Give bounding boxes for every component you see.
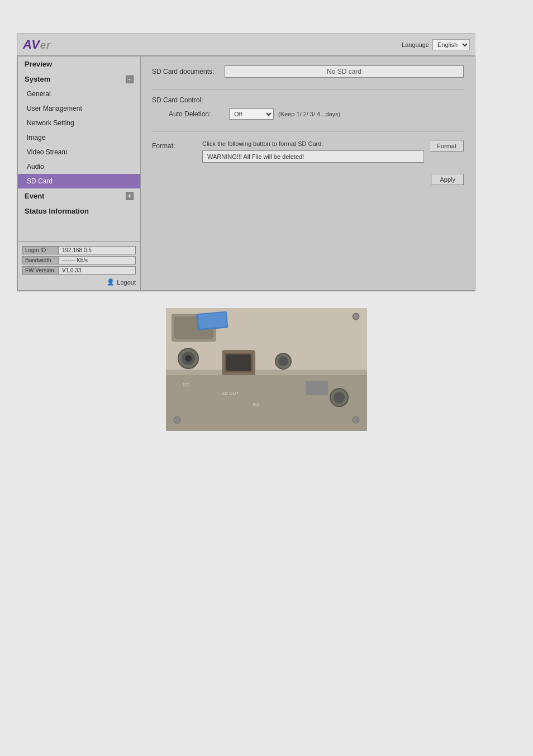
sidebar-item-system[interactable]: System - [18, 72, 140, 87]
svg-rect-5 [198, 313, 227, 329]
fw-version-row: FW Version V1.0.33 [22, 266, 136, 275]
fw-version-value: V1.0.33 [59, 266, 136, 275]
language-select[interactable]: English [432, 39, 470, 50]
sidebar: Preview System - General User Management… [18, 56, 141, 290]
svg-text:I/O: I/O [253, 401, 259, 407]
svg-point-23 [353, 313, 359, 320]
section-divider-1 [152, 89, 464, 89]
sidebar-item-event[interactable]: Event + [18, 188, 140, 204]
bandwidth-label: Bandwidth [22, 256, 59, 264]
logout-button[interactable]: 👤 Logout [22, 278, 136, 286]
logout-row: 👤 Logout [22, 276, 136, 286]
device-image: SD SD OUT I/O [166, 308, 367, 431]
sd-card-documents-section: SD Card documents: No SD card [152, 65, 464, 78]
sd-card-documents-label: SD Card documents: [152, 68, 225, 75]
svg-text:SD OUT: SD OUT [222, 391, 239, 396]
auto-deletion-select[interactable]: Off [229, 108, 274, 120]
sidebar-item-network-setting[interactable]: Network Setting [18, 116, 140, 130]
svg-point-8 [185, 355, 192, 362]
sidebar-item-preview[interactable]: Preview [18, 56, 140, 72]
header-bar: AVer Language English [17, 34, 475, 56]
app-logo: AVer [23, 37, 51, 52]
fw-version-label: FW Version [22, 266, 59, 275]
format-label: Format: [152, 140, 197, 150]
svg-point-21 [174, 417, 180, 423]
format-warning: WARNING!!! All File will be deleted! [202, 150, 424, 163]
event-toggle[interactable]: + [126, 192, 134, 200]
device-svg: SD SD OUT I/O [166, 308, 367, 431]
language-label: Language [402, 41, 429, 48]
keep-days-hint: (Keep 1/ 2/ 3/ 4...days) [278, 111, 340, 117]
format-button-col: Format [430, 140, 464, 152]
login-id-row: Login ID 192.168.0.5 [22, 246, 136, 254]
header-right: Language English [402, 39, 470, 50]
format-instruction: Click the following button to format SD … [202, 140, 424, 147]
logout-icon: 👤 [107, 278, 115, 286]
svg-point-20 [334, 392, 345, 403]
sidebar-item-general[interactable]: General [18, 87, 140, 101]
auto-deletion-row: Auto Deletion: Off (Keep 1/ 2/ 3/ 4...da… [152, 108, 464, 120]
svg-rect-11 [226, 355, 251, 371]
sd-card-control-section: SD Card Control: Auto Deletion: Off (Kee… [152, 96, 464, 120]
format-content: Click the following button to format SD … [202, 140, 424, 163]
sidebar-item-user-management[interactable]: User Management [18, 101, 140, 116]
sidebar-item-image[interactable]: Image [18, 130, 140, 145]
sidebar-item-status-information[interactable]: Status Information [18, 204, 140, 219]
format-button[interactable]: Format [430, 140, 464, 152]
svg-rect-18 [306, 381, 328, 395]
auto-deletion-label: Auto Deletion: [169, 110, 225, 118]
sd-card-documents-row: SD Card documents: No SD card [152, 65, 464, 78]
format-section: Format: Click the following button to fo… [152, 140, 464, 163]
svg-point-22 [353, 417, 359, 423]
sidebar-item-audio[interactable]: Audio [18, 159, 140, 174]
login-id-value: 192.168.0.5 [59, 246, 136, 254]
section-divider-2 [152, 131, 464, 131]
sidebar-item-video-stream[interactable]: Video Stream [18, 145, 140, 159]
sd-card-documents-value: No SD card [225, 65, 464, 78]
bandwidth-value: ------- Kb/s [59, 256, 136, 264]
device-image-container: SD SD OUT I/O [17, 308, 516, 431]
apply-button[interactable]: Apply [431, 174, 464, 185]
system-toggle[interactable]: - [126, 75, 134, 83]
login-id-label: Login ID [22, 246, 59, 254]
format-row: Format: Click the following button to fo… [152, 140, 464, 163]
svg-point-13 [278, 356, 288, 366]
content-area: SD Card documents: No SD card SD Card Co… [141, 56, 475, 290]
sidebar-item-sd-card[interactable]: SD Card [18, 174, 140, 188]
svg-text:SD: SD [183, 382, 190, 388]
apply-row: Apply [152, 174, 464, 185]
bandwidth-row: Bandwidth ------- Kb/s [22, 256, 136, 264]
sd-card-control-label: SD Card Control: [152, 96, 464, 104]
sidebar-footer: Login ID 192.168.0.5 Bandwidth ------- K… [18, 241, 140, 290]
main-panel: Preview System - General User Management… [17, 56, 475, 291]
